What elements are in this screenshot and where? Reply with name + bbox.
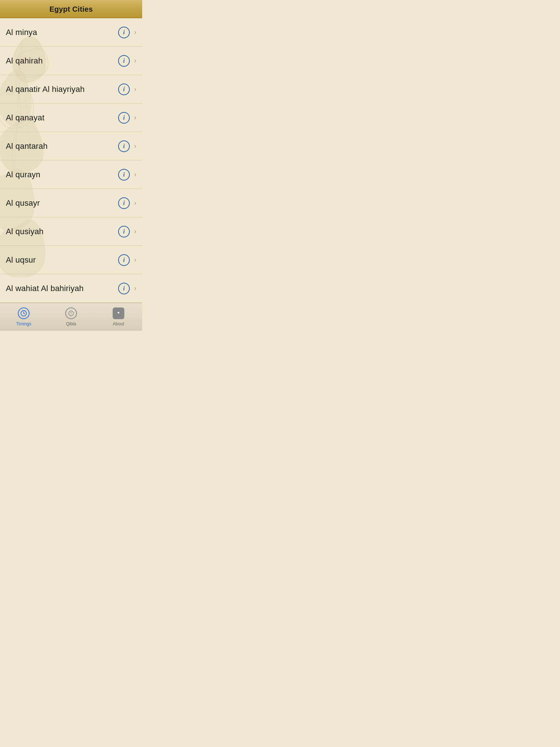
info-icon[interactable]: i: [118, 55, 130, 67]
svg-point-7: [118, 312, 120, 314]
compass-icon: [65, 307, 77, 319]
city-name-label: Al qurayn: [6, 170, 118, 179]
info-icon[interactable]: i: [118, 169, 130, 181]
list-item[interactable]: Al qanatir Al hiayriyahi›: [0, 75, 142, 104]
chevron-right-icon: ›: [134, 57, 136, 65]
info-icon[interactable]: i: [118, 226, 130, 237]
city-name-label: Al qusiyah: [6, 227, 118, 236]
svg-line-4: [24, 313, 25, 314]
about-icon: [113, 307, 124, 319]
tab-about-label: About: [113, 321, 124, 326]
city-name-label: Al qanayat: [6, 113, 118, 123]
info-icon[interactable]: i: [118, 140, 130, 152]
city-actions: i›: [118, 254, 136, 266]
list-item[interactable]: Al qusayri›: [0, 189, 142, 217]
chevron-right-icon: ›: [134, 285, 136, 292]
tab-about[interactable]: About: [95, 305, 142, 328]
info-icon[interactable]: i: [118, 283, 130, 294]
tab-timings-label: Timings: [16, 321, 31, 326]
city-name-label: Al qanatir Al hiayriyah: [6, 85, 118, 94]
qibla-icon-container: [65, 307, 78, 320]
info-icon[interactable]: i: [118, 84, 130, 95]
city-name-label: Al uqsur: [6, 255, 118, 265]
tab-bar: Timings Qibla About: [0, 303, 142, 331]
list-item[interactable]: Al qusiyahi›: [0, 217, 142, 246]
tab-qibla-label: Qibla: [66, 321, 76, 326]
info-icon[interactable]: i: [118, 254, 130, 266]
list-item[interactable]: Al wahiat Al bahiriyahi›: [0, 274, 142, 303]
city-actions: i›: [118, 197, 136, 209]
city-actions: i›: [118, 84, 136, 95]
chevron-right-icon: ›: [134, 228, 136, 235]
city-name-label: Al wahiat Al bahiriyah: [6, 284, 118, 293]
city-actions: i›: [118, 226, 136, 237]
chevron-right-icon: ›: [134, 85, 136, 93]
list-item[interactable]: Al qahirahi›: [0, 47, 142, 75]
city-name-label: Al qantarah: [6, 142, 118, 151]
city-name-label: Al minya: [6, 28, 118, 37]
city-actions: i›: [118, 140, 136, 152]
city-actions: i›: [118, 27, 136, 38]
city-actions: i›: [118, 169, 136, 181]
timings-icon-container: [17, 307, 30, 320]
info-icon[interactable]: i: [118, 197, 130, 209]
chevron-right-icon: ›: [134, 199, 136, 207]
chevron-right-icon: ›: [134, 256, 136, 264]
info-icon[interactable]: i: [118, 112, 130, 124]
clock-icon: [18, 307, 30, 319]
tab-timings[interactable]: Timings: [0, 305, 47, 328]
city-list: Al minyai›Al qahirahi›Al qanatir Al hiay…: [0, 18, 142, 303]
city-actions: i›: [118, 55, 136, 67]
city-actions: i›: [118, 112, 136, 124]
list-item[interactable]: Al qurayni›: [0, 160, 142, 189]
tab-qibla[interactable]: Qibla: [47, 305, 95, 328]
about-icon-container: [112, 307, 125, 320]
info-icon[interactable]: i: [118, 27, 130, 38]
list-item[interactable]: Al minyai›: [0, 18, 142, 47]
city-name-label: Al qusayr: [6, 198, 118, 208]
list-item[interactable]: Al uqsuri›: [0, 246, 142, 274]
chevron-right-icon: ›: [134, 28, 136, 36]
page-header: Egypt Cities: [0, 0, 142, 18]
city-actions: i›: [118, 283, 136, 294]
list-item[interactable]: Al qanayati›: [0, 104, 142, 132]
list-item[interactable]: Al qantarahi›: [0, 132, 142, 160]
chevron-right-icon: ›: [134, 114, 136, 121]
chevron-right-icon: ›: [134, 142, 136, 150]
chevron-right-icon: ›: [134, 171, 136, 178]
page-title: Egypt Cities: [49, 5, 93, 13]
city-name-label: Al qahirah: [6, 56, 118, 66]
